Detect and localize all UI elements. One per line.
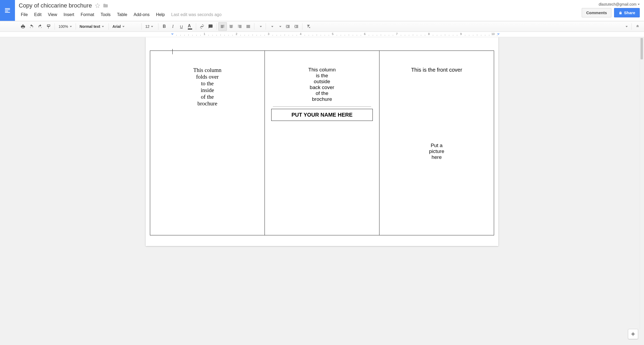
docs-icon <box>4 7 11 14</box>
brochure-col-3[interactable]: This is the front cover Put apicturehere <box>379 51 494 235</box>
divider <box>273 106 371 107</box>
align-right-button[interactable] <box>235 22 244 31</box>
ruler[interactable]: 12345678910 <box>0 32 644 37</box>
redo-icon <box>38 24 42 29</box>
link-icon <box>200 24 204 29</box>
underline-icon: U <box>180 24 183 29</box>
lock-icon <box>619 11 622 15</box>
font-size-combo[interactable]: 12 <box>143 22 157 30</box>
brochure-table[interactable]: This columnfolds overto theinsideof theb… <box>150 51 494 235</box>
document-title[interactable]: Copy of chiccarine brochure <box>18 1 92 10</box>
increase-indent-button[interactable] <box>292 22 301 31</box>
chevron-down-icon <box>279 26 281 27</box>
chevron-up-icon <box>635 24 640 29</box>
menu-edit[interactable]: Edit <box>32 11 44 18</box>
chevron-down-icon <box>151 26 153 27</box>
name-box[interactable]: PUT YOUR NAME HERE <box>271 109 373 121</box>
scrollbar-thumb[interactable] <box>641 38 643 59</box>
canvas[interactable]: This columnfolds overto theinsideof theb… <box>0 37 644 345</box>
italic-button[interactable]: I <box>169 22 177 31</box>
bold-icon: B <box>163 24 166 29</box>
menu-view[interactable]: View <box>45 11 60 18</box>
align-justify-icon <box>246 24 251 29</box>
text-color-button[interactable]: A <box>186 22 194 31</box>
style-combo[interactable]: Normal text <box>77 22 107 30</box>
align-justify-button[interactable] <box>244 22 253 31</box>
align-center-icon <box>229 24 234 29</box>
bulleted-list-button[interactable] <box>276 22 284 30</box>
docs-logo[interactable] <box>0 0 15 21</box>
comments-button[interactable]: Comments <box>582 8 612 17</box>
menubar: File Edit View Insert Format Tools Table… <box>18 11 575 18</box>
undo-button[interactable] <box>27 22 36 31</box>
menu-help[interactable]: Help <box>153 11 168 18</box>
menu-table[interactable]: Table <box>114 11 130 18</box>
insert-link-button[interactable] <box>198 22 206 31</box>
title-area: Copy of chiccarine brochure File Edit Vi… <box>15 0 579 18</box>
chevron-down-icon <box>260 26 262 27</box>
last-edit-label[interactable]: Last edit was seconds ago <box>171 12 222 17</box>
align-right-icon <box>237 24 242 29</box>
chevron-down-icon <box>271 26 273 27</box>
chevron-down-icon <box>122 26 125 27</box>
toolbar: 100% Normal text Arial 12 B I U A <box>0 21 644 32</box>
chevron-down-icon <box>638 4 640 5</box>
col1-text[interactable]: This columnfolds overto theinsideof theb… <box>156 67 259 107</box>
brochure-col-2[interactable]: This columnis theoutsideback coverof the… <box>265 51 379 235</box>
underline-button[interactable]: U <box>177 22 186 31</box>
comment-icon <box>208 24 213 29</box>
explore-button[interactable] <box>628 329 638 339</box>
header-right: dlastutech@gmail.com Comments Share <box>579 0 644 17</box>
align-center-button[interactable] <box>227 22 235 31</box>
numbered-list-button[interactable] <box>267 22 276 30</box>
print-icon <box>21 24 25 29</box>
collapse-toolbar-button[interactable] <box>633 22 642 31</box>
zoom-combo[interactable]: 100% <box>56 22 74 30</box>
paint-format-button[interactable] <box>44 22 53 31</box>
col3-title[interactable]: This is the front cover <box>385 67 488 73</box>
outdent-icon <box>285 24 290 29</box>
font-combo[interactable]: Arial <box>110 22 140 30</box>
menu-file[interactable]: File <box>18 11 30 18</box>
zoom-value: 100% <box>59 24 68 29</box>
col3-picture-placeholder[interactable]: Put apicturehere <box>385 143 488 160</box>
explore-icon <box>630 331 636 337</box>
chevron-down-icon <box>102 26 104 27</box>
align-left-button[interactable] <box>218 22 227 31</box>
undo-icon <box>29 24 34 29</box>
align-left-icon <box>220 24 225 29</box>
share-button[interactable]: Share <box>614 8 640 17</box>
add-comment-button[interactable] <box>206 22 215 31</box>
text-color-icon: A <box>187 24 193 29</box>
account-email[interactable]: dlastutech@gmail.com <box>599 2 640 6</box>
menu-tools[interactable]: Tools <box>98 11 113 18</box>
menu-format[interactable]: Format <box>78 11 97 18</box>
page[interactable]: This columnfolds overto theinsideof theb… <box>146 37 498 246</box>
brochure-col-1[interactable]: This columnfolds overto theinsideof theb… <box>150 51 265 235</box>
star-icon <box>95 3 100 8</box>
editing-mode-button[interactable] <box>622 22 630 30</box>
folder-icon <box>103 3 108 8</box>
print-button[interactable] <box>19 22 27 31</box>
app-header: Copy of chiccarine brochure File Edit Vi… <box>0 0 644 21</box>
account-email-text: dlastutech@gmail.com <box>599 2 637 6</box>
line-spacing-button[interactable] <box>256 22 264 30</box>
col2-text[interactable]: This columnis theoutsideback coverof the… <box>270 67 374 102</box>
chevron-down-icon <box>70 26 72 27</box>
font-value: Arial <box>112 24 121 29</box>
menu-insert[interactable]: Insert <box>61 11 77 18</box>
clear-formatting-button[interactable] <box>304 22 313 31</box>
italic-icon: I <box>172 24 173 29</box>
vertical-scrollbar[interactable] <box>640 37 643 329</box>
font-size-value: 12 <box>145 24 150 29</box>
share-label: Share <box>624 10 635 15</box>
menu-addons[interactable]: Add-ons <box>131 11 152 18</box>
star-button[interactable] <box>95 3 100 9</box>
chevron-down-icon <box>626 26 628 27</box>
decrease-indent-button[interactable] <box>284 22 292 31</box>
paint-roller-icon <box>46 24 51 29</box>
indent-icon <box>294 24 299 29</box>
bold-button[interactable]: B <box>160 22 169 31</box>
folder-button[interactable] <box>103 3 108 9</box>
redo-button[interactable] <box>36 22 44 31</box>
